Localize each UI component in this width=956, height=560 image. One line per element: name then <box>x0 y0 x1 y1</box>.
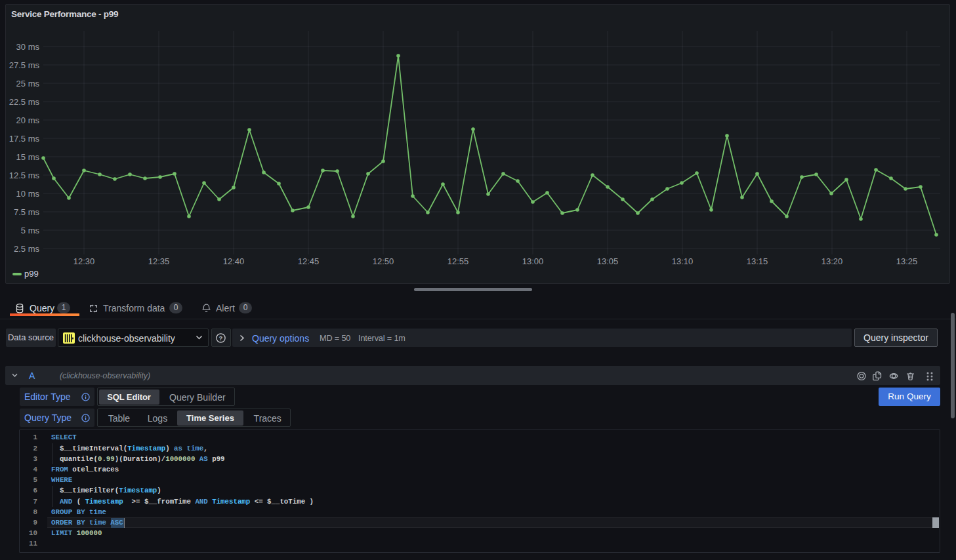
svg-text:?: ? <box>219 334 223 342</box>
svg-text:22.5 ms: 22.5 ms <box>9 97 40 107</box>
svg-text:13:20: 13:20 <box>821 256 843 266</box>
svg-text:12:40: 12:40 <box>223 256 245 266</box>
svg-text:12:50: 12:50 <box>373 256 394 266</box>
svg-text:13:05: 13:05 <box>597 256 619 266</box>
svg-text:13:15: 13:15 <box>747 256 768 266</box>
svg-text:13:00: 13:00 <box>522 256 544 266</box>
svg-text:17.5 ms: 17.5 ms <box>9 134 40 144</box>
svg-text:13:25: 13:25 <box>896 256 918 266</box>
svg-text:12:55: 12:55 <box>447 256 469 266</box>
svg-text:25 ms: 25 ms <box>16 79 40 89</box>
svg-text:12:30: 12:30 <box>73 256 95 266</box>
svg-text:12.5 ms: 12.5 ms <box>9 170 40 180</box>
svg-text:12:45: 12:45 <box>298 256 320 266</box>
svg-text:10 ms: 10 ms <box>16 189 40 199</box>
svg-text:2.5 ms: 2.5 ms <box>14 244 40 254</box>
svg-text:27.5 ms: 27.5 ms <box>9 60 40 70</box>
svg-text:5 ms: 5 ms <box>21 226 40 235</box>
svg-text:7.5 ms: 7.5 ms <box>14 207 40 217</box>
svg-text:12:35: 12:35 <box>148 256 170 266</box>
svg-text:20 ms: 20 ms <box>16 115 40 125</box>
svg-text:13:10: 13:10 <box>672 256 694 266</box>
svg-text:30 ms: 30 ms <box>16 42 40 52</box>
svg-text:15 ms: 15 ms <box>16 152 40 162</box>
